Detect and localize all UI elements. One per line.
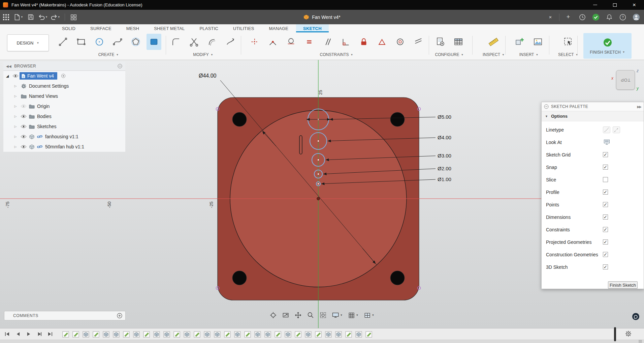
document-tab[interactable]: Fan Went v4* [303,10,341,24]
timeline-feature-extrude-6[interactable] [113,331,120,338]
constraint-concentric[interactable] [393,34,408,50]
constraint-tangent[interactable] [284,34,298,50]
timeline-feature-extrude-23[interactable] [285,331,291,338]
constraint-parallel[interactable] [320,34,335,50]
browser-item-named-views[interactable]: ▷Named Views [3,91,125,101]
look-at-icon[interactable] [282,311,290,319]
constraint-equal[interactable] [302,34,317,50]
checkbox-projected-geometries[interactable]: ✓ [603,239,608,245]
add-comment-icon[interactable] [117,313,122,318]
home-view-icon[interactable] [69,12,79,23]
tool-offset[interactable] [205,34,220,50]
tool-fillet[interactable] [168,34,183,50]
timeline-feature-extrude-8[interactable] [133,331,140,338]
step-back-button[interactable] [13,330,23,339]
display-settings-icon[interactable]: ▼ [331,311,344,319]
browser-item-document-settings[interactable]: ▷Document Settings [3,81,125,91]
visibility-eye-icon[interactable] [20,124,28,128]
activate-component-radio[interactable] [59,74,67,78]
assistant-icon[interactable] [632,313,639,320]
timeline-settings-gear-icon[interactable] [625,331,632,337]
timeline-feature-extrude-10[interactable] [153,331,160,338]
tool-insert-derive[interactable] [512,34,527,50]
help-icon[interactable]: ? [618,12,627,22]
timeline-feature-extrude-25[interactable] [305,331,312,338]
timeline-corner-grid-icon[interactable] [639,340,642,343]
timeline-feature-extrude-5[interactable] [103,331,109,338]
visibility-eye-icon[interactable] [11,74,20,78]
timeline-feature-extrude-27[interactable] [325,331,332,338]
timeline-feature-extrude-21[interactable] [264,331,271,338]
palette-options-section[interactable]: ▼ Options [542,111,644,121]
group-label-inspect[interactable]: INSPECT [483,52,500,57]
browser-item-fanhousing-v1-1[interactable]: ▷fanhousing v1:1 [3,132,125,142]
browser-item-bodies[interactable]: ▷Bodies [3,111,125,121]
notifications-bell-icon[interactable] [605,12,614,22]
group-label-configure[interactable]: CONFIGURE [435,52,459,57]
timeline-feature-sketch-2[interactable] [72,331,79,338]
tab-sheet-metal[interactable]: SHEET METAL [147,24,192,32]
checkbox-snap[interactable]: ✓ [603,165,608,170]
viewports-icon[interactable]: ▼ [363,311,375,319]
finish-sketch-button[interactable]: FINISH SKETCH▼ [583,33,632,59]
expand-caret-icon[interactable]: ▷ [11,84,20,88]
minimize-palette-icon[interactable] [544,104,549,109]
tab-plastic[interactable]: PLASTIC [192,24,225,32]
constraint-collinear[interactable] [411,34,426,50]
zoom-icon[interactable] [307,311,315,319]
group-label-constraints[interactable]: CONSTRAINTS [320,52,349,57]
minimize-button[interactable] [585,0,605,10]
constraint-fix[interactable] [356,34,371,50]
timeline-feature-extrude-30[interactable] [355,331,362,338]
timeline-zoom-slider[interactable] [614,327,616,341]
step-forward-button[interactable] [35,330,44,339]
tool-configure[interactable] [433,34,448,50]
group-label-insert[interactable]: INSERT [519,52,534,57]
browser-panel-header[interactable]: ◀◀ BROWSER [3,62,125,71]
expand-caret-icon[interactable]: ▷ [11,105,20,108]
constraint-midpoint[interactable] [375,34,389,50]
comments-bar[interactable]: COMMENTS [4,311,126,320]
tool-spline[interactable] [110,34,125,50]
close-button[interactable]: × [624,0,644,10]
grid-settings-icon[interactable]: ▼ [348,311,359,319]
checkbox-construction-geometries[interactable]: ✓ [603,252,608,257]
tool-rectangle-active[interactable] [147,34,161,50]
tool-line[interactable] [56,34,70,50]
center-line-icon[interactable] [613,126,620,133]
maximize-button[interactable] [605,0,624,10]
browser-item-sketches[interactable]: ▷Sketches [3,121,125,132]
file-menu-button[interactable]: ▼ [13,12,24,23]
undo-button[interactable]: ▼ [38,12,49,23]
expand-caret-icon[interactable]: ▷ [11,135,20,138]
checkbox-points[interactable]: ✓ [603,202,608,207]
constraint-horizontal-vertical[interactable] [247,34,262,50]
timeline-feature-sketch-22[interactable] [275,331,281,338]
tab-mesh[interactable]: MESH [119,24,146,32]
tab-manage[interactable]: MANAGE [262,24,296,32]
constraint-coincident[interactable] [265,34,280,50]
tool-trim[interactable] [187,34,201,50]
checkbox-3d-sketch[interactable]: ✓ [603,264,608,269]
look-at-icon[interactable] [603,139,610,146]
visibility-eye-icon[interactable] [20,135,28,139]
timeline-feature-extrude-16[interactable] [214,331,221,338]
expand-palette-icon[interactable]: ▶▶ [637,105,641,109]
tool-polygon[interactable] [128,34,143,50]
extensions-status-icon[interactable] [591,12,600,22]
group-label-create[interactable]: CREATE [98,52,115,57]
close-tab-icon[interactable]: × [545,12,555,23]
finish-sketch-palette-button[interactable]: Finish Sketch [608,281,638,289]
view-cube-face-label[interactable]: TOP [620,78,631,83]
timeline-feature-sketch-17[interactable] [224,331,231,338]
timeline-feature-sketch-7[interactable] [123,331,130,338]
visibility-eye-icon[interactable] [20,114,28,118]
browser-item-50mmfan-hub-v1-1[interactable]: ▷50mmfan hub v1:1 [3,142,125,152]
redo-button[interactable]: ▼ [51,12,61,23]
save-button[interactable] [26,12,36,23]
group-label-modify[interactable]: MODIFY [193,52,209,57]
sketch-palette-header[interactable]: SKETCH PALETTE ▶▶ [542,102,644,111]
sketch-origin-point[interactable] [317,197,320,200]
timeline-feature-sketch-9[interactable] [143,331,150,338]
timeline-feature-extrude-20[interactable] [254,331,261,338]
